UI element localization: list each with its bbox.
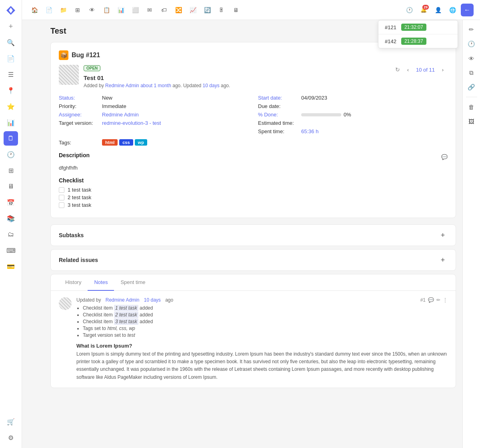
description-comment-icon[interactable]: 💬 bbox=[441, 154, 448, 160]
topbar-home[interactable]: 🏠 bbox=[28, 4, 40, 16]
sidebar-item-calendar[interactable]: 📅 bbox=[4, 195, 18, 210]
status-value: New bbox=[102, 95, 112, 101]
add-related-button[interactable]: + bbox=[438, 255, 448, 265]
sidebar-item-basket[interactable]: 🛒 bbox=[4, 414, 18, 429]
lorem-heading: What is Lorem Ipsum? bbox=[76, 343, 448, 349]
topbar-file[interactable]: 📄 bbox=[43, 4, 55, 16]
topbar-branch[interactable]: 🔀 bbox=[172, 4, 184, 16]
sidebar-item-star[interactable]: ⭐ bbox=[4, 99, 18, 114]
checklist-label: Checklist bbox=[59, 177, 448, 184]
view-icon[interactable]: 👁 bbox=[465, 52, 478, 65]
edit-action-icon[interactable]: ✏ bbox=[436, 297, 440, 303]
tab-history[interactable]: History bbox=[59, 274, 88, 291]
priority-label: Priority: bbox=[59, 103, 99, 109]
topbar-clock[interactable]: 🕐 bbox=[403, 4, 415, 16]
sidebar-item-issues[interactable]: 🗒 bbox=[4, 131, 18, 146]
back-button[interactable]: ← bbox=[461, 4, 474, 16]
change-checklist-3: Checklist item 3 test task added bbox=[83, 319, 448, 324]
update-time[interactable]: 10 days bbox=[144, 297, 161, 303]
comment-action-icon[interactable]: 💬 bbox=[428, 297, 434, 303]
checklist-item-3: 3 test task bbox=[59, 202, 448, 208]
tag-css: css bbox=[119, 139, 133, 146]
app-logo[interactable] bbox=[4, 3, 18, 18]
topbar-sliders[interactable]: 🎚 bbox=[216, 4, 228, 16]
time-row-2[interactable]: #142 21:28:37 bbox=[378, 34, 458, 48]
checkbox-3[interactable] bbox=[59, 202, 64, 208]
more-action-icon[interactable]: ⋮ bbox=[443, 297, 448, 303]
sidebar-item-documents[interactable]: 📄 bbox=[4, 51, 18, 66]
related-issues-section: Related issues + bbox=[50, 249, 456, 271]
topbar-globe[interactable]: 🌐 bbox=[446, 4, 458, 16]
spent-value[interactable]: 65:36 h bbox=[301, 128, 318, 134]
added-time-link[interactable]: about 1 month bbox=[140, 83, 171, 88]
updated-time-link[interactable]: 10 days bbox=[203, 83, 220, 88]
field-spent-time: Spent time: 65:36 h bbox=[258, 128, 448, 134]
add-button[interactable]: + bbox=[4, 19, 18, 34]
lorem-text: Lorem Ipsum is simply dummy text of the … bbox=[76, 350, 448, 381]
related-issues-label: Related issues bbox=[59, 257, 98, 263]
topbar-square[interactable]: ⬜ bbox=[129, 4, 141, 16]
avatar bbox=[59, 65, 79, 85]
topbar-user[interactable]: 👤 bbox=[432, 4, 444, 16]
sidebar-item-list[interactable]: ☰ bbox=[4, 67, 18, 82]
notifications-button[interactable]: 🔔 29 bbox=[418, 4, 430, 16]
issue-header: 📦 Bug #121 bbox=[59, 50, 448, 60]
sidebar-item-monitor[interactable]: 🖥 bbox=[4, 179, 18, 194]
sidebar-item-settings[interactable]: ⚙ bbox=[4, 430, 18, 445]
sidebar-item-credit[interactable]: 💳 bbox=[4, 259, 18, 274]
checklist: 1 test task 2 test task 3 test task bbox=[59, 187, 448, 208]
topbar-monitor[interactable]: 🖥 bbox=[230, 4, 242, 16]
topbar-tag[interactable]: 🏷 bbox=[158, 4, 170, 16]
issue-meta: OPEN Test 01 Added by Redmine Admin abou… bbox=[59, 65, 448, 88]
topbar-grid[interactable]: ⊞ bbox=[72, 4, 84, 16]
assignee-value[interactable]: Redmine Admin bbox=[102, 112, 139, 118]
tab-notes[interactable]: Notes bbox=[88, 274, 114, 291]
time-row-1[interactable]: #121 21:32:07 bbox=[378, 20, 458, 34]
topbar-mail[interactable]: ✉ bbox=[144, 4, 156, 16]
change-target: Target version set to test bbox=[83, 332, 448, 338]
next-issue-button[interactable]: › bbox=[438, 65, 448, 74]
link-icon[interactable]: 🔗 bbox=[465, 81, 478, 94]
sidebar-item-location[interactable]: 📍 bbox=[4, 83, 18, 98]
checklist-item-2: 2 test task bbox=[59, 194, 448, 200]
topbar-table[interactable]: 📊 bbox=[115, 4, 127, 16]
field-status: Status: New bbox=[59, 95, 248, 101]
added-by-link[interactable]: Redmine Admin bbox=[105, 83, 139, 88]
refresh-icon[interactable]: ↻ bbox=[395, 66, 400, 73]
tags-field: Tags: html css wp bbox=[59, 139, 448, 146]
description-text: dfghfhfh bbox=[59, 165, 448, 171]
sidebar-item-terminal[interactable]: ⌨ bbox=[4, 243, 18, 258]
add-subtask-button[interactable]: + bbox=[438, 230, 448, 240]
target-value[interactable]: redmine-evolution-3 - test bbox=[102, 120, 161, 126]
issue-nav: ↻ ‹ 10 of 11 › bbox=[395, 65, 448, 74]
estimated-label: Estimated time: bbox=[258, 120, 298, 126]
checkbox-2[interactable] bbox=[59, 195, 64, 200]
sidebar-item-time[interactable]: 🕐 bbox=[4, 147, 18, 162]
sidebar-item-layers[interactable]: 🗂 bbox=[4, 227, 18, 242]
update-author[interactable]: Redmine Admin bbox=[106, 297, 140, 303]
time-issue-id-2: #142 bbox=[385, 38, 396, 44]
edit-icon[interactable]: ✏ bbox=[465, 23, 478, 36]
panel-divider bbox=[466, 97, 477, 97]
sidebar-item-apps[interactable]: ⊞ bbox=[4, 163, 18, 178]
topbar-barchart[interactable]: 📈 bbox=[187, 4, 199, 16]
copy-icon[interactable]: ⧉ bbox=[465, 66, 478, 79]
clock-icon[interactable]: 🕐 bbox=[465, 38, 478, 50]
prev-issue-button[interactable]: ‹ bbox=[403, 65, 413, 74]
tab-spent-time[interactable]: Spent time bbox=[114, 274, 152, 291]
progress-bar-wrap: 0% bbox=[301, 112, 351, 118]
field-percent-done: % Done: 0% bbox=[258, 112, 448, 118]
sidebar-item-chart[interactable]: 📊 bbox=[4, 115, 18, 130]
topbar-doc2[interactable]: 📋 bbox=[100, 4, 112, 16]
checkbox-1[interactable] bbox=[59, 187, 64, 193]
sidebar-item-book[interactable]: 📚 bbox=[4, 211, 18, 226]
topbar-folder[interactable]: 📁 bbox=[57, 4, 69, 16]
update-number: #1 bbox=[420, 297, 426, 303]
trash-icon[interactable]: 🗑 bbox=[465, 100, 478, 113]
sidebar-item-search[interactable]: 🔍 bbox=[4, 35, 18, 50]
topbar-refresh[interactable]: 🔄 bbox=[201, 4, 213, 16]
issue-added-text: Added by Redmine Admin about 1 month ago… bbox=[84, 83, 390, 88]
status-label: Status: bbox=[59, 95, 99, 101]
image-icon[interactable]: 🖼 bbox=[465, 115, 478, 128]
topbar-eye[interactable]: 👁 bbox=[86, 4, 98, 16]
